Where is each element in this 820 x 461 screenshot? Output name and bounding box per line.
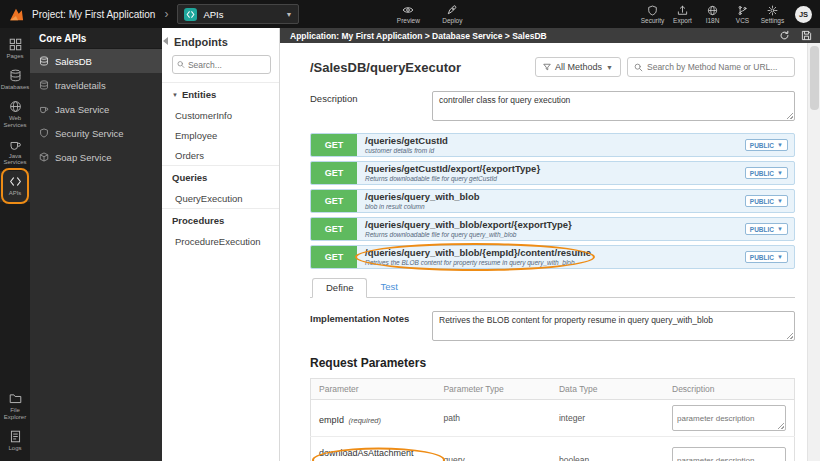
method-filter-dropdown[interactable]: All Methods ▼ — [535, 57, 621, 77]
param-description-field[interactable] — [672, 405, 786, 431]
i18n-button[interactable]: I18N — [699, 5, 726, 24]
access-dropdown[interactable]: PUBLIC▼ — [745, 167, 788, 179]
access-label: PUBLIC — [750, 198, 774, 205]
column-header-description: Description — [664, 379, 795, 400]
rail-item-pages[interactable]: Pages — [0, 34, 30, 65]
endpoint-row-query-with-blob-content-resume[interactable]: GET /queries/query_with_blob/{empId}/con… — [310, 245, 795, 269]
rail-item-logs[interactable]: Logs — [0, 426, 30, 457]
rail-item-web-services[interactable]: Web Services — [0, 96, 30, 134]
section-label: Procedures — [172, 215, 224, 226]
scrollbar-thumb[interactable] — [810, 46, 819, 110]
param-description-input[interactable] — [673, 448, 785, 461]
panel-collapse-handle[interactable] — [163, 37, 168, 45]
endpoint-item-orders[interactable]: Orders — [162, 145, 279, 165]
chevron-down-icon: ▼ — [285, 11, 292, 18]
api-item-soap-service[interactable]: Soap Service — [30, 145, 162, 169]
endpoint-summary: blob in result column — [365, 203, 480, 210]
rail-item-apis[interactable]: APIs — [0, 171, 30, 202]
endpoint-item-queryexecution[interactable]: QueryExecution — [162, 188, 279, 208]
method-filter-label: All Methods — [555, 62, 602, 72]
access-dropdown[interactable]: PUBLIC▼ — [745, 251, 788, 263]
api-item-label: Security Service — [55, 128, 124, 139]
preview-button[interactable]: Preview — [391, 4, 425, 24]
database-icon — [39, 56, 49, 66]
endpoint-path: /queries/query_with_blob — [365, 192, 480, 202]
api-item-java-service[interactable]: Java Service — [30, 97, 162, 121]
vcs-button[interactable]: VCS — [729, 5, 756, 24]
section-queries[interactable]: Queries — [162, 165, 279, 188]
endpoint-row-query-with-blob[interactable]: GET /queries/query_with_blob blob in res… — [310, 189, 795, 213]
method-search-input[interactable] — [647, 62, 788, 72]
settings-button[interactable]: Settings — [759, 5, 786, 24]
param-name: empId — [319, 415, 344, 425]
endpoints-panel: Endpoints ▼ Entities CustomerInfo Employ… — [162, 28, 280, 461]
description-textarea[interactable]: controller class for query execution — [432, 91, 795, 121]
param-description-input[interactable] — [673, 406, 785, 430]
implementation-notes-textarea[interactable]: Retrives the BLOB content for property r… — [432, 311, 795, 341]
pages-icon — [9, 38, 22, 51]
application-breadcrumb-bar: Application: My First Application > Data… — [280, 28, 820, 43]
get-method-button[interactable]: GET — [311, 190, 357, 212]
get-method-button[interactable]: GET — [311, 246, 357, 268]
api-item-traveldetails[interactable]: traveldetails — [30, 73, 162, 97]
get-method-button[interactable]: GET — [311, 162, 357, 184]
param-required-flag: (required) — [348, 416, 381, 425]
endpoint-list: GET /queries/getCustId customer details … — [310, 133, 795, 269]
rocket-icon — [446, 4, 458, 16]
export-button[interactable]: Export — [669, 5, 696, 24]
access-dropdown[interactable]: PUBLIC▼ — [745, 139, 788, 151]
api-item-label: Java Service — [55, 104, 109, 115]
endpoint-row-getcustid-export[interactable]: GET /queries/getCustId/export/{exportTyp… — [310, 161, 795, 185]
endpoint-item-customerinfo[interactable]: CustomerInfo — [162, 105, 279, 125]
api-item-salesdb[interactable]: SalesDB — [30, 49, 162, 73]
database-icon — [9, 69, 22, 82]
endpoint-item-procedureexecution[interactable]: ProcedureExecution — [162, 231, 279, 251]
description-value: controller class for query execution — [439, 95, 570, 105]
apis-icon — [9, 175, 22, 188]
security-button[interactable]: Security — [639, 5, 666, 24]
security-label: Security — [641, 17, 664, 24]
refresh-icon[interactable] — [779, 30, 790, 41]
module-selector-label: APIs — [203, 9, 279, 20]
deploy-button[interactable]: Deploy — [435, 4, 469, 24]
get-method-button[interactable]: GET — [311, 134, 357, 156]
save-icon[interactable] — [801, 30, 812, 41]
request-parameters-table: Parameter Parameter Type Data Type Descr… — [310, 378, 795, 461]
settings-label: Settings — [761, 17, 785, 24]
resize-handle-icon[interactable] — [785, 111, 793, 119]
access-dropdown[interactable]: PUBLIC▼ — [745, 223, 788, 235]
get-method-button[interactable]: GET — [311, 218, 357, 240]
access-dropdown[interactable]: PUBLIC▼ — [745, 195, 788, 207]
param-data-type: boolean — [551, 437, 664, 461]
section-procedures[interactable]: Procedures — [162, 208, 279, 231]
implementation-notes-label: Implementation Notes — [310, 311, 432, 341]
endpoints-search[interactable] — [172, 55, 271, 74]
section-entities[interactable]: ▼ Entities — [162, 82, 279, 105]
rail-item-file-explorer[interactable]: File Explorer — [0, 388, 30, 426]
user-avatar[interactable]: JS — [795, 6, 812, 23]
module-selector-dropdown[interactable]: APIs ▼ — [177, 4, 299, 24]
method-search[interactable] — [627, 57, 795, 77]
tab-define[interactable]: Define — [312, 278, 367, 298]
endpoint-row-getcustid[interactable]: GET /queries/getCustId customer details … — [310, 133, 795, 157]
rail-label-apis: APIs — [8, 190, 23, 197]
endpoint-row-query-with-blob-export[interactable]: GET /queries/query_with_blob/export/{exp… — [310, 217, 795, 241]
rail-label-databases: Databases — [0, 84, 30, 91]
section-label: Entities — [182, 89, 216, 100]
rail-item-java-services[interactable]: Java Services — [0, 134, 30, 172]
tab-test[interactable]: Test — [367, 278, 410, 297]
chevron-down-icon: ▼ — [606, 64, 613, 71]
vertical-scrollbar[interactable] — [807, 43, 820, 461]
endpoint-item-employee[interactable]: Employee — [162, 125, 279, 145]
left-icon-rail: Pages Databases Web Services Java Servic… — [0, 28, 30, 461]
resize-handle-icon[interactable] — [785, 331, 793, 339]
shield-icon — [647, 5, 658, 16]
api-item-security-service[interactable]: Security Service — [30, 121, 162, 145]
coffee-cup-icon — [9, 138, 22, 151]
endpoints-search-input[interactable] — [188, 60, 266, 70]
vcs-label: VCS — [736, 17, 749, 24]
param-description-field[interactable] — [672, 447, 786, 461]
i18n-label: I18N — [706, 17, 720, 24]
topbar-tools: Security Export I18N VCS Settings — [639, 5, 786, 24]
rail-item-databases[interactable]: Databases — [0, 65, 30, 96]
